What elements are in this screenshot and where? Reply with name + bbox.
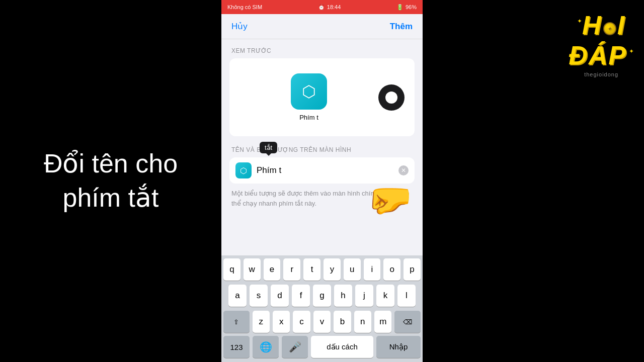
- key-w[interactable]: w: [244, 258, 261, 281]
- key-z[interactable]: z: [253, 311, 270, 333]
- key-k[interactable]: k: [376, 285, 394, 307]
- keyboard-bottom-row: 123 🌐 🎤 dấu cách Nhập: [221, 334, 423, 362]
- logo-subtitle: thegioidong: [584, 71, 618, 77]
- time-display: 18:44: [327, 4, 341, 10]
- key-a[interactable]: a: [228, 285, 247, 307]
- name-section: TÊN VÀ BIỂU TƯỢNG TRÊN MÀN HÌNH tắt ⬡ ✕ …: [229, 146, 415, 208]
- key-mic[interactable]: 🎤: [282, 336, 308, 358]
- key-v[interactable]: v: [313, 311, 331, 333]
- preview-section-label: XEM TRƯỚC: [229, 47, 415, 54]
- preview-app-icon: ⬡ Phím t: [291, 73, 327, 121]
- key-r[interactable]: r: [283, 258, 300, 281]
- key-u[interactable]: u: [344, 258, 361, 281]
- name-input-card: tắt ⬡ ✕: [229, 157, 415, 184]
- key-space[interactable]: dấu cách: [311, 336, 373, 358]
- name-section-label: TÊN VÀ BIỂU TƯỢNG TRÊN MÀN HÌNH: [229, 146, 415, 153]
- battery-icon: 🔋: [396, 4, 404, 11]
- key-enter[interactable]: Nhập: [376, 336, 421, 358]
- keyboard: q w e r t y u i o p a s d f g h j k l ⇧ …: [221, 255, 423, 362]
- nav-bar: Hủy Thêm: [221, 14, 423, 39]
- tooltip-container: tắt: [260, 142, 277, 153]
- phone-frame: Không có SIM ⏰ 18:44 🔋 96% Hủy Thêm XEM …: [221, 0, 423, 362]
- logo-line-top: ✦ H ✦ I: [577, 10, 625, 40]
- key-j[interactable]: j: [355, 285, 373, 307]
- key-num[interactable]: 123: [223, 336, 250, 358]
- input-shortcuts-symbol: ⬡: [240, 166, 247, 175]
- name-input-field[interactable]: [257, 165, 393, 175]
- battery-percent: 96%: [406, 4, 417, 10]
- key-backspace[interactable]: ⌫: [394, 311, 421, 333]
- key-s[interactable]: s: [250, 285, 268, 307]
- keyboard-row-3: ⇧ z x c v b n m ⌫: [221, 308, 423, 334]
- status-center: ⏰ 18:44: [318, 4, 341, 11]
- input-app-icon: ⬡: [235, 162, 252, 178]
- preview-card: ⬡ Phím t: [229, 58, 415, 136]
- key-i[interactable]: i: [364, 258, 381, 281]
- key-m[interactable]: m: [374, 311, 391, 333]
- key-g[interactable]: g: [313, 285, 331, 307]
- app-name-label: Phím t: [299, 114, 318, 121]
- key-c[interactable]: c: [293, 311, 310, 333]
- logo-hoi: H ✦ I: [582, 10, 625, 40]
- key-d[interactable]: d: [271, 285, 289, 307]
- key-x[interactable]: x: [273, 311, 290, 333]
- hint-text: Một biểu tượng sẽ được thêm vào màn hình…: [229, 189, 415, 208]
- status-right: 🔋 96%: [396, 4, 417, 11]
- shortcut-icon: ⬡: [291, 73, 327, 110]
- key-globe[interactable]: 🌐: [253, 336, 279, 358]
- left-text: Đổi tên cho phím tắt: [44, 147, 178, 215]
- shortcuts-symbol: ⬡: [302, 82, 316, 101]
- spark-left: ✦: [577, 18, 582, 25]
- key-b[interactable]: b: [334, 311, 351, 333]
- logo-container: ✦ H ✦ I ĐÁP ✦ thegioidong: [569, 10, 634, 77]
- key-l[interactable]: l: [397, 285, 416, 307]
- key-o[interactable]: o: [383, 258, 400, 281]
- key-f[interactable]: f: [292, 285, 310, 307]
- key-y[interactable]: y: [324, 258, 341, 281]
- key-n[interactable]: n: [354, 311, 371, 333]
- key-e[interactable]: e: [264, 258, 281, 281]
- logo-dap: ĐÁP: [569, 40, 627, 70]
- left-panel: Đổi tên cho phím tắt: [0, 0, 221, 362]
- key-shift[interactable]: ⇧: [223, 311, 250, 333]
- clock-icon: ⏰: [318, 4, 325, 11]
- logo-line-bottom: ĐÁP ✦: [569, 40, 634, 70]
- home-button-inner: [385, 92, 397, 104]
- spark-right: ✦: [629, 48, 634, 55]
- status-bar: Không có SIM ⏰ 18:44 🔋 96%: [221, 0, 423, 14]
- key-h[interactable]: h: [334, 285, 352, 307]
- clear-button[interactable]: ✕: [398, 165, 409, 175]
- key-p[interactable]: p: [404, 258, 421, 281]
- tooltip-bubble: tắt: [260, 142, 277, 153]
- content-area: XEM TRƯỚC ⬡ Phím t TÊN VÀ BIỂU TƯỢNG TRÊ…: [221, 39, 423, 224]
- no-sim-label: Không có SIM: [227, 4, 262, 10]
- home-button: [378, 84, 405, 111]
- key-q[interactable]: q: [223, 258, 240, 281]
- add-button[interactable]: Thêm: [390, 22, 413, 32]
- keyboard-row-1: q w e r t y u i o p: [221, 255, 423, 282]
- keyboard-row-2: a s d f g h j k l: [221, 282, 423, 308]
- logo-area: ✦ H ✦ I ĐÁP ✦ thegioidong: [423, 0, 644, 362]
- cancel-button[interactable]: Hủy: [231, 21, 248, 32]
- key-t[interactable]: t: [303, 258, 320, 281]
